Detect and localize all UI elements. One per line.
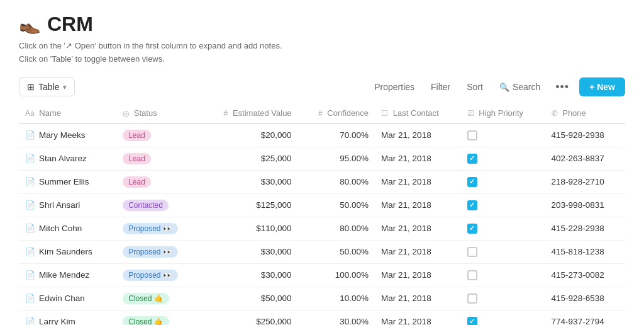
checkbox-unchecked[interactable] — [467, 130, 477, 140]
cell-confidence: 50.00% — [298, 240, 375, 263]
phone-col-icon: ✆ — [552, 109, 558, 118]
status-badge: Closed 🤙 — [123, 293, 169, 304]
lastcontact-col-icon: ☐ — [381, 109, 388, 118]
table-toggle-button[interactable]: ⊞ Table ▾ — [19, 77, 75, 96]
table-row: 📄 Edwin Chan Closed 🤙 $50,000 10.00% Mar… — [19, 287, 625, 310]
cell-phone: 218-928-2710 — [545, 170, 625, 193]
cell-high-priority[interactable] — [461, 170, 545, 193]
app-container: 👞 CRM Click on the '↗ Open' button in th… — [0, 0, 644, 325]
cell-status: Proposed 👀 — [116, 263, 199, 287]
cell-estimated-value: $30,000 — [199, 170, 298, 193]
row-doc-icon: 📄 — [25, 200, 35, 210]
cell-phone: 415-273-0082 — [545, 263, 625, 287]
search-button[interactable]: 🔍 Search — [494, 79, 545, 95]
cell-high-priority[interactable] — [461, 240, 545, 263]
cell-high-priority[interactable] — [461, 263, 545, 287]
cell-last-contact: Mar 21, 2018 — [375, 123, 461, 147]
cell-status: Closed 🤙 — [116, 310, 199, 325]
cell-confidence: 80.00% — [298, 170, 375, 193]
app-logo-icon: 👞 — [19, 14, 41, 35]
filter-button[interactable]: Filter — [426, 79, 455, 95]
status-badge: Lead — [123, 153, 151, 164]
cell-high-priority[interactable] — [461, 217, 545, 240]
cell-status: Lead — [116, 147, 199, 170]
status-badge: Contacted — [123, 200, 169, 211]
cell-last-contact: Mar 21, 2018 — [375, 170, 461, 193]
col-header-confidence: # Confidence — [298, 103, 375, 123]
cell-confidence: 30.00% — [298, 310, 375, 325]
row-doc-icon: 📄 — [25, 177, 35, 186]
checkbox-checked[interactable] — [467, 224, 477, 234]
table-row: 📄 Larry Kim Closed 🤙 $250,000 30.00% Mar… — [19, 310, 625, 325]
cell-high-priority[interactable] — [461, 193, 545, 217]
cell-last-contact: Mar 21, 2018 — [375, 287, 461, 310]
sort-button[interactable]: Sort — [462, 79, 488, 95]
name-value: Larry Kim — [39, 317, 75, 325]
name-value: Shri Ansari — [39, 200, 80, 210]
cell-last-contact: Mar 21, 2018 — [375, 193, 461, 217]
cell-confidence: 70.00% — [298, 123, 375, 147]
cell-status: Lead — [116, 170, 199, 193]
cell-name: 📄 Mitch Cohn — [19, 217, 116, 240]
status-badge: Proposed 👀 — [123, 223, 178, 234]
cell-estimated-value: $125,000 — [199, 193, 298, 217]
name-value: Mike Mendez — [39, 270, 89, 280]
cell-estimated-value: $250,000 — [199, 310, 298, 325]
cell-name: 📄 Edwin Chan — [19, 287, 116, 310]
cell-phone: 402-263-8837 — [545, 147, 625, 170]
cell-status: Proposed 👀 — [116, 240, 199, 263]
cell-last-contact: Mar 21, 2018 — [375, 217, 461, 240]
name-col-icon: Aa — [25, 109, 35, 118]
cell-phone: 415-818-1238 — [545, 240, 625, 263]
col-header-high-priority: ☑ High Priority — [461, 103, 545, 123]
app-title: CRM — [47, 13, 93, 36]
checkbox-checked[interactable] — [467, 200, 477, 210]
cell-phone: 774-937-2794 — [545, 310, 625, 325]
highpriority-col-icon: ☑ — [467, 109, 474, 118]
cell-last-contact: Mar 21, 2018 — [375, 263, 461, 287]
cell-confidence: 50.00% — [298, 193, 375, 217]
cell-phone: 203-998-0831 — [545, 193, 625, 217]
name-value: Mitch Cohn — [39, 224, 82, 233]
cell-high-priority[interactable] — [461, 123, 545, 147]
checkbox-checked[interactable] — [467, 317, 477, 325]
checkbox-unchecked[interactable] — [467, 270, 477, 280]
confidence-col-icon: # — [318, 109, 323, 118]
toolbar-right: Properties Filter Sort 🔍 Search ••• + Ne… — [369, 77, 625, 97]
cell-name: 📄 Summer Ellis — [19, 170, 116, 193]
cell-estimated-value: $50,000 — [199, 287, 298, 310]
checkbox-checked[interactable] — [467, 154, 477, 164]
name-value: Summer Ellis — [39, 177, 89, 186]
cell-last-contact: Mar 21, 2018 — [375, 310, 461, 325]
name-value: Kim Saunders — [39, 247, 92, 256]
row-doc-icon: 📄 — [25, 224, 35, 233]
cell-status: Closed 🤙 — [116, 287, 199, 310]
cell-high-priority[interactable] — [461, 310, 545, 325]
table-header-row: Aa Name ◎ Status # Estimated Value # Con… — [19, 103, 625, 123]
table-row: 📄 Mary Meeks Lead $20,000 70.00% Mar 21,… — [19, 123, 625, 147]
col-header-phone: ✆ Phone — [545, 103, 625, 123]
new-button[interactable]: + New — [579, 77, 625, 96]
row-doc-icon: 📄 — [25, 317, 35, 325]
status-badge: Lead — [123, 130, 151, 141]
cell-last-contact: Mar 21, 2018 — [375, 240, 461, 263]
toolbar: ⊞ Table ▾ Properties Filter Sort 🔍 Searc… — [19, 77, 625, 97]
cell-phone: 415-928-6538 — [545, 287, 625, 310]
properties-button[interactable]: Properties — [369, 79, 419, 95]
cell-name: 📄 Mary Meeks — [19, 123, 116, 147]
checkbox-checked[interactable] — [467, 177, 477, 187]
checkbox-unchecked[interactable] — [467, 294, 477, 304]
more-options-button[interactable]: ••• — [552, 77, 573, 97]
cell-high-priority[interactable] — [461, 287, 545, 310]
search-icon: 🔍 — [499, 83, 509, 92]
chevron-down-icon: ▾ — [63, 83, 67, 91]
cell-confidence: 80.00% — [298, 217, 375, 240]
cell-confidence: 95.00% — [298, 147, 375, 170]
row-doc-icon: 📄 — [25, 130, 35, 140]
row-doc-icon: 📄 — [25, 270, 35, 280]
cell-high-priority[interactable] — [461, 147, 545, 170]
table-row: 📄 Stan Alvarez Lead $25,000 95.00% Mar 2… — [19, 147, 625, 170]
checkbox-unchecked[interactable] — [467, 247, 477, 257]
col-header-estimated-value: # Estimated Value — [199, 103, 298, 123]
cell-estimated-value: $30,000 — [199, 240, 298, 263]
